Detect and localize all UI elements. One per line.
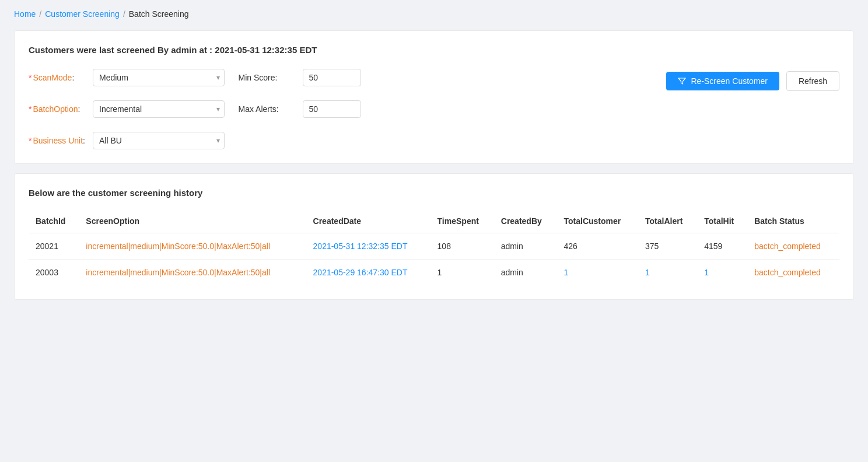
cell-total-hit[interactable]: 1 [697,260,747,286]
scan-mode-label-text: ScanMode [33,73,72,82]
cell-time-spent: 108 [430,233,494,260]
business-unit-row: *Business Unit: All BU BU1 BU2 ▾ [29,132,225,149]
cell-status: bactch_completed [747,260,839,286]
batch-option-required: * [29,104,32,114]
batch-option-label: *BatchOption: [29,104,87,114]
cell-screen-option[interactable]: incremental|medium|MinScore:50.0|MaxAler… [79,260,306,286]
cell-created-date: 2021-05-31 12:32:35 EDT [306,233,430,260]
col-screen-option: ScreenOption [79,209,306,233]
cell-screen-option[interactable]: incremental|medium|MinScore:50.0|MaxAler… [79,233,306,260]
cell-batch-id: 20021 [29,233,79,260]
business-unit-select[interactable]: All BU BU1 BU2 [93,132,225,149]
cell-status: bactch_completed [747,233,839,260]
breadcrumb-sep-1: / [39,9,41,19]
refresh-button[interactable]: Refresh [786,71,839,91]
scan-mode-label: *ScanMode: [29,73,87,82]
min-score-label: Min Score: [239,73,297,82]
scan-mode-select[interactable]: Medium Low High [93,69,225,86]
table-row: 20021 incremental|medium|MinScore:50.0|M… [29,233,839,260]
breadcrumb-current-page: Batch Screening [129,9,189,19]
scan-mode-required: * [29,73,32,82]
scan-mode-select-wrapper: Medium Low High ▾ [93,69,225,86]
cell-created-date: 2021-05-29 16:47:30 EDT [306,260,430,286]
left-fields: *ScanMode: Medium Low High ▾ *BatchOp [29,69,225,149]
max-alerts-label-text: Max Alerts: [239,104,279,114]
page-wrapper: Home / Customer Screening / Batch Screen… [0,0,868,462]
max-alerts-label: Max Alerts: [239,104,297,114]
business-unit-label: *Business Unit: [29,136,87,145]
col-total-alert: TotalAlert [638,209,697,233]
breadcrumb-customer-screening[interactable]: Customer Screening [45,9,120,19]
breadcrumb-home[interactable]: Home [14,9,36,19]
business-unit-colon: : [83,136,85,145]
business-unit-label-text: Business Unit [33,136,83,145]
history-title: Below are the customer screening history [29,188,839,198]
col-total-customer: TotalCustomer [557,209,639,233]
last-screened-text: Customers were last screened By admin at… [29,45,839,55]
batch-option-select[interactable]: Incremental Full [93,100,225,118]
table-row: 20003 incremental|medium|MinScore:50.0|M… [29,260,839,286]
col-time-spent: TimeSpent [430,209,494,233]
col-batch-id: BatchId [29,209,79,233]
rescreen-button[interactable]: Re-Screen Customer [666,72,779,90]
history-card: Below are the customer screening history… [14,173,854,300]
cell-batch-id: 20003 [29,260,79,286]
cell-total-alert: 375 [638,233,697,260]
cell-total-hit: 4159 [697,233,747,260]
max-alerts-input[interactable] [303,100,361,118]
form-outer-grid: *ScanMode: Medium Low High ▾ *BatchOp [29,69,839,149]
batch-option-row: *BatchOption: Incremental Full ▾ [29,100,225,118]
form-actions: Re-Screen Customer Refresh [448,69,839,91]
business-unit-required: * [29,136,32,145]
scan-mode-row: *ScanMode: Medium Low High ▾ [29,69,225,86]
cell-total-customer[interactable]: 1 [557,260,639,286]
screening-form-card: Customers were last screened By admin at… [14,30,854,164]
cell-created-by: admin [494,260,557,286]
breadcrumb-sep-2: / [123,9,125,19]
min-score-row: Min Score: [239,69,435,86]
table-header-row: BatchId ScreenOption CreatedDate TimeSpe… [29,209,839,233]
cell-total-alert[interactable]: 1 [638,260,697,286]
col-batch-status: Batch Status [747,209,839,233]
max-alerts-row: Max Alerts: [239,100,435,118]
scan-mode-colon: : [72,73,74,82]
col-created-by: CreatedBy [494,209,557,233]
refresh-button-label: Refresh [799,76,827,86]
min-score-label-text: Min Score: [239,73,278,82]
cell-total-customer: 426 [557,233,639,260]
batch-option-select-wrapper: Incremental Full ▾ [93,100,225,118]
business-unit-select-wrapper: All BU BU1 BU2 ▾ [93,132,225,149]
batch-option-colon: : [78,104,80,114]
col-created-date: CreatedDate [306,209,430,233]
mid-fields: Min Score: Max Alerts: [239,69,435,118]
filter-icon [678,77,686,85]
history-table: BatchId ScreenOption CreatedDate TimeSpe… [29,209,839,285]
cell-time-spent: 1 [430,260,494,286]
breadcrumb: Home / Customer Screening / Batch Screen… [14,9,854,19]
min-score-input[interactable] [303,69,361,86]
rescreen-button-label: Re-Screen Customer [691,76,768,86]
batch-option-label-text: BatchOption [33,104,78,114]
col-total-hit: TotalHit [697,209,747,233]
cell-created-by: admin [494,233,557,260]
